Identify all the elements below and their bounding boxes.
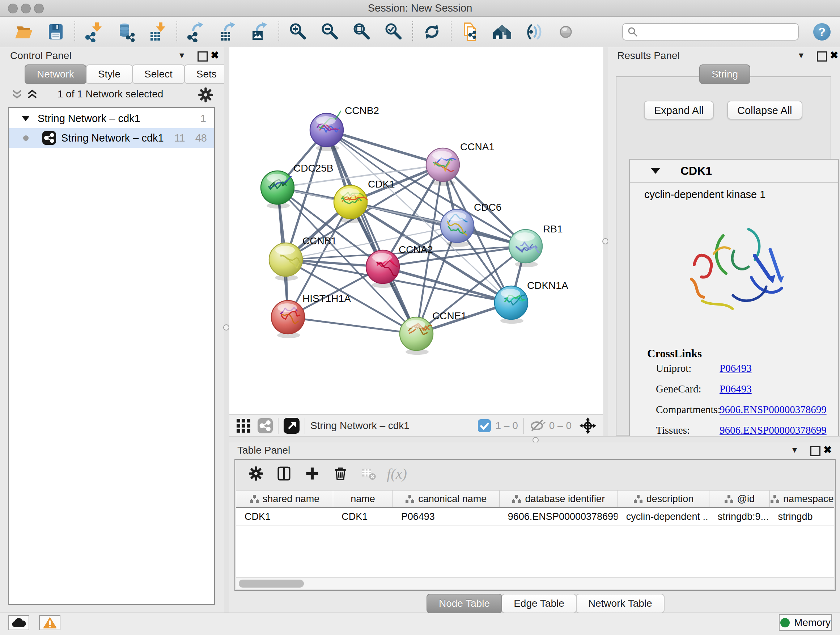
table-hscrollbar-thumb[interactable] <box>239 580 304 587</box>
cell-namespace[interactable]: stringdb <box>769 508 834 525</box>
column-header-description[interactable]: description <box>617 491 709 507</box>
left-splitter-handle[interactable] <box>223 325 229 331</box>
cell-name[interactable]: CDK1 <box>333 508 393 525</box>
birdseye-icon[interactable] <box>550 20 582 43</box>
expand-all-icon[interactable] <box>26 88 38 101</box>
add-column-icon[interactable] <box>298 463 326 485</box>
table-hscrollbar[interactable] <box>236 578 834 589</box>
collection-expand-icon[interactable] <box>22 116 30 121</box>
gene-collapse-icon[interactable] <box>651 168 660 174</box>
cell-shared-name[interactable]: CDK1 <box>236 508 333 525</box>
string-network-icon <box>42 131 56 145</box>
first-neighbors-icon[interactable] <box>486 20 518 43</box>
node-CCNB2[interactable]: CCNB2 <box>310 105 379 151</box>
table-panel-collapse-icon[interactable]: ▾ <box>792 444 797 455</box>
column-header-shared-name[interactable]: shared name <box>236 491 333 507</box>
warning-icon <box>43 616 57 629</box>
cell-database-identifier[interactable]: 9606.ENSP00000378699 <box>499 508 617 525</box>
search-input[interactable] <box>638 26 791 38</box>
control-panel-float-icon[interactable] <box>197 51 208 62</box>
table-row[interactable]: CDK1CDK1P064939606.ENSP00000378699cyclin… <box>236 508 834 526</box>
search-box[interactable] <box>622 23 799 41</box>
statusbar-network-title: String Network – cdk1 <box>310 420 409 432</box>
crosslink-link[interactable]: P06493 <box>720 363 752 374</box>
tab-network[interactable]: Network <box>25 65 87 84</box>
import-network-icon[interactable] <box>78 20 110 43</box>
results-panel-float-icon[interactable] <box>817 51 827 62</box>
refresh-icon[interactable] <box>416 20 448 43</box>
column-header-canonical-name[interactable]: canonical name <box>393 491 499 507</box>
cloud-button[interactable] <box>8 615 29 630</box>
network-selection-status: 1 of 1 Network selected <box>40 88 181 100</box>
memory-button[interactable]: Memory <box>779 614 832 631</box>
crosslink-link[interactable]: P06493 <box>720 383 752 395</box>
network-options-gear-icon[interactable] <box>196 86 215 104</box>
left-splitter[interactable] <box>224 47 230 613</box>
column-header-namespace[interactable]: namespace <box>769 491 834 507</box>
window-zoom-button[interactable] <box>34 4 44 13</box>
right-splitter[interactable] <box>603 47 608 436</box>
zoom-selected-icon[interactable] <box>378 20 409 43</box>
results-panel-collapse-icon[interactable]: ▾ <box>799 50 804 61</box>
tab-node-table[interactable]: Node Table <box>426 594 502 613</box>
node-RB1[interactable]: RB1 <box>509 223 562 267</box>
delete-column-icon[interactable] <box>326 463 355 485</box>
tab-select[interactable]: Select <box>132 65 185 84</box>
birdseye-toggle-icon[interactable] <box>236 418 251 433</box>
selected-checkbox-icon[interactable] <box>478 419 491 432</box>
column-header-@id[interactable]: @id <box>709 491 769 507</box>
collapse-all-button[interactable]: Collapse All <box>727 101 802 119</box>
string-badge-icon[interactable] <box>257 418 273 433</box>
zoom-in-icon[interactable] <box>282 20 314 43</box>
window-minimize-button[interactable] <box>21 4 31 13</box>
clone-network-icon[interactable] <box>454 20 486 43</box>
graphics-details-icon[interactable] <box>518 20 550 43</box>
fit-selected-crosshair-icon[interactable] <box>579 417 596 434</box>
import-table-icon[interactable] <box>142 20 174 43</box>
tab-style[interactable]: Style <box>86 65 133 84</box>
warnings-button[interactable] <box>39 615 60 630</box>
cell-description[interactable]: cyclin-dependent ... <box>617 508 709 525</box>
export-network-icon[interactable] <box>180 20 212 43</box>
open-session-icon[interactable] <box>8 20 40 43</box>
show-columns-icon[interactable] <box>270 463 298 485</box>
table-gear-icon[interactable] <box>242 463 270 485</box>
gene-section-header[interactable]: CDK1 <box>630 160 838 183</box>
open-in-window-icon[interactable] <box>284 418 300 434</box>
column-header-database-identifier[interactable]: database identifier <box>499 491 617 507</box>
node-HIST1H1A[interactable]: HIST1H1A <box>271 293 351 338</box>
column-header-name[interactable]: name <box>333 491 393 507</box>
crosslink-link[interactable]: 9606.ENSP00000378699 <box>720 424 827 436</box>
results-panel-close-icon[interactable]: ✖ <box>830 49 838 61</box>
table-panel-close-icon[interactable]: ✖ <box>823 444 832 456</box>
zoom-fit-icon[interactable] <box>346 20 378 43</box>
table-panel-float-icon[interactable] <box>810 446 821 456</box>
tab-sets[interactable]: Sets <box>184 65 229 84</box>
cell-canonical-name[interactable]: P06493 <box>393 508 499 525</box>
tab-string[interactable]: String <box>699 65 750 84</box>
collapse-all-icon[interactable] <box>11 88 23 101</box>
node-CDKN1A[interactable]: CDKN1A <box>494 280 568 324</box>
help-button[interactable]: ? <box>813 23 831 41</box>
export-image-icon[interactable] <box>244 20 276 43</box>
network-canvas[interactable]: CCNB2CCNA1CDC25BCDK1CDC6RB1CCNB1CCNA2CDK… <box>229 47 603 414</box>
tab-network-table[interactable]: Network Table <box>576 594 665 613</box>
import-database-icon[interactable] <box>110 20 142 43</box>
tab-edge-table[interactable]: Edge Table <box>501 594 576 613</box>
node-CCNA1[interactable]: CCNA1 <box>426 141 494 186</box>
control-panel-close-icon[interactable]: ✖ <box>210 49 219 61</box>
export-table-icon[interactable] <box>212 20 244 43</box>
crosslink-link[interactable]: 9606.ENSP00000378699 <box>720 404 827 416</box>
expand-all-button[interactable]: Expand All <box>644 101 714 119</box>
zoom-out-icon[interactable] <box>314 20 346 43</box>
network-row[interactable]: String Network – cdk1 11 48 <box>9 128 214 148</box>
table-panel-title: Table Panel <box>237 445 290 456</box>
save-session-icon[interactable] <box>40 20 72 43</box>
control-panel-collapse-icon[interactable]: ▾ <box>180 50 184 61</box>
network-collection-row[interactable]: String Network – cdk1 1 <box>9 109 214 128</box>
cell-@id[interactable]: stringdb:9... <box>709 508 769 525</box>
hidden-eye-icon[interactable] <box>529 418 546 433</box>
selected-count: 1 – 0 <box>495 420 518 432</box>
window-close-button[interactable] <box>8 4 18 13</box>
node-CDC6[interactable]: CDC6 <box>441 202 501 247</box>
